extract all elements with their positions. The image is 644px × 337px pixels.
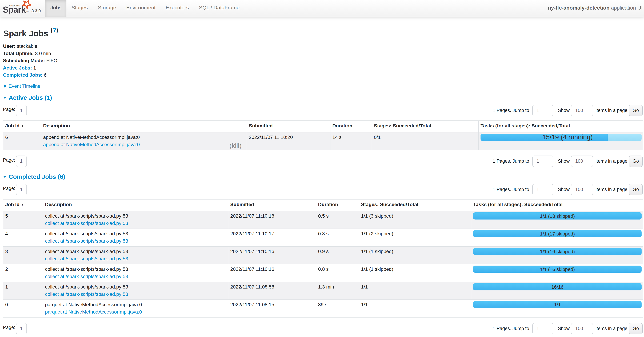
svg-text:TM: TM bbox=[26, 10, 28, 12]
